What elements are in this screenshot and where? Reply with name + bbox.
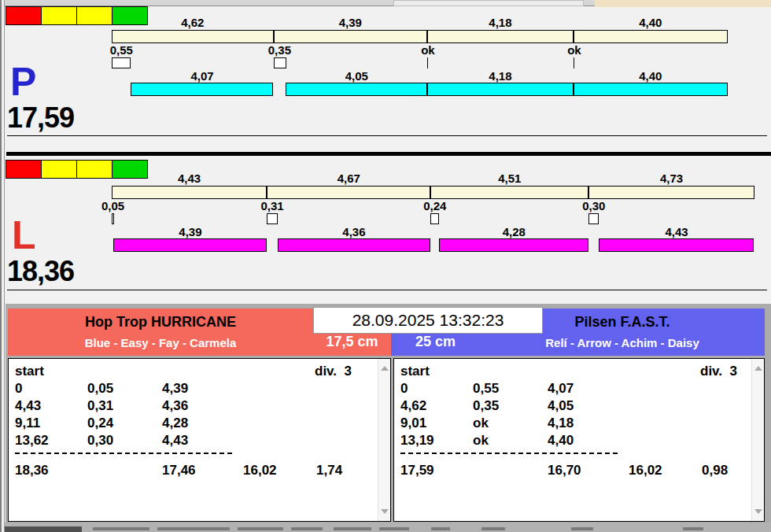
dog-run-label: 4,36	[342, 226, 365, 238]
start-label: start	[15, 364, 44, 379]
dog-run-label: 4,43	[665, 226, 688, 238]
division-label: div. 3	[700, 364, 737, 379]
scrollbar[interactable]	[378, 359, 390, 521]
table-cell: 0,31	[87, 398, 113, 414]
split-divider	[273, 31, 275, 42]
taskbar-text-smudge	[238, 527, 283, 530]
dog-run-label: 4,40	[639, 70, 662, 82]
traffic-light-segment	[76, 6, 113, 25]
traffic-light-segment	[41, 160, 77, 179]
taskbar	[0, 523, 771, 532]
dog-run-bar	[574, 83, 728, 96]
table-cell: 4,05	[548, 398, 574, 414]
dog-run-bar	[599, 238, 754, 252]
table-cell: 4,36	[162, 398, 188, 414]
datetime-display: 28.09.2025 13:32:23	[313, 307, 543, 334]
table-cell: 4,43	[15, 398, 41, 414]
right-lane-total-time: 17,59	[7, 104, 74, 132]
split-divider	[573, 31, 574, 42]
background-window-tab	[393, 0, 584, 6]
table-cell: 0,05	[87, 381, 113, 397]
taskbar-block	[0, 526, 82, 532]
results-table-left[interactable]: start div. 3 00,054,394,430,314,369,110,…	[8, 358, 391, 522]
team-dogs: Relí - Arrow - Achim - Daisy	[480, 336, 765, 349]
table-cell: 0,55	[473, 381, 499, 397]
table-cell: 0	[15, 381, 22, 397]
table-rows: 00,054,394,430,314,369,110,244,2813,620,…	[9, 359, 390, 521]
table-cell: 4,39	[162, 381, 188, 397]
table-cell: 13,62	[15, 433, 49, 449]
start-label: start	[400, 364, 430, 379]
split-time-label: 4,62	[181, 17, 204, 28]
scroll-up-icon[interactable]	[754, 366, 762, 371]
traffic-light-segment	[6, 160, 42, 179]
table-cell: ok	[473, 433, 489, 449]
exchange-loss-label: ok	[567, 44, 581, 56]
dog-run-label: 4,28	[503, 226, 526, 238]
scrollbar[interactable]	[751, 359, 764, 521]
split-divider	[266, 187, 267, 198]
taskbar-text-smudge	[334, 527, 371, 530]
dog-run-label: 4,05	[345, 70, 368, 82]
results-section: Hop Trop HURRICANE Blue - Easy - Fay - C…	[6, 304, 771, 523]
table-cell: 4,18	[548, 416, 574, 431]
table-total-cell: 16,02	[243, 463, 277, 478]
table-cell: 4,62	[400, 398, 426, 414]
table-totals: 18,3617,4616,021,74	[9, 359, 390, 521]
exchange-loss-label: 0,05	[101, 200, 124, 212]
traffic-light-segment	[41, 6, 77, 25]
taskbar-text-smudge	[379, 527, 409, 530]
table-total-cell: 18,36	[15, 463, 49, 478]
table-cell: 0,24	[87, 416, 113, 431]
table-cell: ok	[473, 416, 489, 431]
dog-run-bar	[278, 238, 430, 252]
table-cell: 4,28	[162, 416, 188, 431]
table-cell: 9,11	[15, 416, 40, 431]
split-divider	[588, 187, 589, 198]
dog-run-bar	[427, 83, 574, 96]
table-total-cell: 17,59	[400, 463, 434, 478]
exchange-loss-label: 0,31	[260, 200, 283, 212]
taskbar-text-smudge	[157, 527, 230, 530]
scroll-down-icon[interactable]	[381, 509, 389, 514]
exchange-loss-box	[588, 213, 599, 224]
table-total-cell: 16,02	[629, 463, 662, 478]
division-label: div. 3	[315, 364, 352, 379]
dog-run-bar	[113, 238, 267, 252]
exchange-loss-box	[274, 57, 286, 68]
split-time-label: 4,51	[498, 172, 521, 184]
table-cell: 9,01	[400, 416, 426, 431]
left-lane-traffic-light	[6, 160, 148, 179]
table-totals: 17,5916,7016,020,98	[394, 359, 764, 521]
lane-separator	[6, 152, 771, 156]
taskbar-text-smudge	[93, 527, 149, 530]
traffic-light-segment	[112, 160, 148, 179]
table-cell: 13,19	[400, 433, 434, 449]
scroll-up-icon[interactable]	[381, 366, 389, 371]
table-separator-dashed	[400, 453, 618, 454]
traffic-light-segment	[112, 6, 148, 25]
results-table-right[interactable]: start div. 3 00,554,074,620,354,059,01ok…	[393, 358, 765, 522]
exchange-loss-box	[112, 57, 131, 68]
table-total-cell: 16,70	[548, 463, 581, 478]
split-time-label: 4,67	[338, 172, 360, 184]
split-time-bar	[112, 186, 754, 199]
table-cell: 4,43	[162, 433, 188, 449]
scroll-down-icon[interactable]	[754, 509, 762, 514]
split-divider	[430, 187, 431, 198]
dog-run-bar	[131, 83, 273, 96]
exchange-loss-label: 0,30	[582, 200, 605, 212]
taskbar-text-smudge	[291, 527, 323, 530]
exchange-loss-label: 0,55	[110, 44, 133, 56]
table-cell: 4,40	[548, 433, 574, 449]
dog-run-bar	[286, 83, 427, 96]
split-time-bar	[112, 30, 728, 43]
table-cell: 4,07	[548, 381, 574, 397]
taskbar-text-smudge	[571, 527, 593, 530]
team-dogs: Blue - Easy - Fay - Carmela	[8, 336, 313, 349]
exchange-loss-label: 0,35	[268, 44, 291, 56]
split-time-label: 4,40	[639, 17, 662, 28]
table-total-cell: 0,98	[702, 463, 728, 478]
table-total-cell: 1,74	[316, 463, 342, 478]
taskbar-text-smudge	[481, 527, 505, 530]
